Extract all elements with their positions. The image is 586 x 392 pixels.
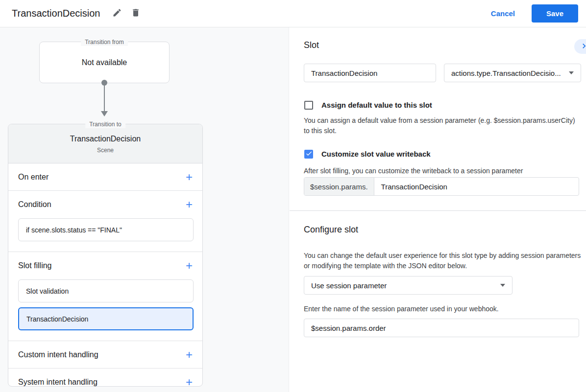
trash-icon <box>131 8 141 19</box>
transition-from-box: Transition from Not available <box>39 42 170 83</box>
scene-subtitle: Scene <box>8 147 202 154</box>
dropdown-caret-icon <box>569 71 574 74</box>
session-param-input[interactable]: $session.params.order <box>304 319 579 337</box>
cancel-button[interactable]: Cancel <box>491 9 515 18</box>
section-row-condition[interactable]: Condition + <box>8 191 202 218</box>
condition-label: Condition <box>18 200 51 209</box>
slot-heading: Slot <box>304 40 319 50</box>
add-on-enter-icon[interactable]: + <box>186 171 193 183</box>
transition-from-legend: Transition from <box>81 38 128 46</box>
chevron-right-icon <box>579 41 586 52</box>
slot-name-input[interactable]: TransactionDecision <box>304 64 436 82</box>
delete-scene-button[interactable] <box>127 5 144 22</box>
dropdown-caret-icon <box>500 284 505 287</box>
writeback-label: Customize slot value writeback <box>321 150 431 158</box>
writeback-checkbox[interactable] <box>304 150 313 159</box>
writeback-input-group: $session.params. TransactionDecision <box>304 177 579 196</box>
custom-intent-label: Custom intent handling <box>18 350 98 359</box>
slot-type-value: actions.type.TransactionDecisio... <box>451 69 561 77</box>
connector-arrowhead-icon <box>101 111 108 116</box>
assign-default-description: You can assign a default value from a se… <box>304 115 581 136</box>
writeback-param-input[interactable]: TransactionDecision <box>374 178 579 195</box>
slot-config-mode-dropdown[interactable]: Use session parameter <box>304 276 513 295</box>
section-divider <box>290 210 586 211</box>
section-row-system-intent[interactable]: System intent handling + <box>8 369 202 392</box>
add-slot-icon[interactable]: + <box>186 260 193 272</box>
add-system-intent-icon[interactable]: + <box>186 376 193 388</box>
section-condition: Condition + if scene.slots.status == "FI… <box>8 191 202 252</box>
condition-item[interactable]: if scene.slots.status == "FINAL" <box>18 218 194 241</box>
on-enter-label: On enter <box>18 173 49 182</box>
assign-default-label: Assign default value to this slot <box>321 101 432 109</box>
add-condition-icon[interactable]: + <box>186 199 193 210</box>
system-intent-label: System intent handling <box>18 378 98 387</box>
save-button[interactable]: Save <box>532 4 578 23</box>
section-slot-filling: Slot filling + Slot validation Transacti… <box>8 252 202 341</box>
edit-title-button[interactable] <box>109 5 125 22</box>
page-title: TransactionDecision <box>12 8 100 19</box>
transition-to-card: Transition to TransactionDecision Scene … <box>8 124 203 387</box>
scene-title: TransactionDecision <box>8 135 202 143</box>
slot-type-dropdown[interactable]: actions.type.TransactionDecisio... <box>444 64 581 82</box>
add-custom-intent-icon[interactable]: + <box>186 349 193 361</box>
writeback-prefix: $session.params. <box>304 178 374 195</box>
scene-editor: TransactionDecision Cancel Save Transiti… <box>0 0 586 392</box>
slot-filling-label: Slot filling <box>18 261 51 270</box>
slot-item-validation[interactable]: Slot validation <box>18 279 194 302</box>
writeback-description: After slot filling, you can customize th… <box>304 166 581 176</box>
transition-from-content: Not available <box>82 58 127 67</box>
check-icon <box>305 150 313 159</box>
top-bar: TransactionDecision Cancel Save <box>0 0 586 27</box>
slot-config-mode-value: Use session parameter <box>311 281 387 290</box>
slot-detail-panel: Slot TransactionDecision actions.type.Tr… <box>290 27 586 392</box>
configure-slot-description: You can change the default user experien… <box>304 251 585 271</box>
connector-line <box>104 85 105 112</box>
diagram-panel: Transition from Not available Transition… <box>0 27 289 392</box>
scene-card-header: TransactionDecision Scene <box>8 124 202 163</box>
assign-default-checkbox[interactable] <box>304 101 313 110</box>
slot-item-transaction-decision[interactable]: TransactionDecision <box>18 307 194 330</box>
transition-to-legend: Transition to <box>85 120 125 128</box>
pencil-icon <box>112 8 122 19</box>
section-row-custom-intent[interactable]: Custom intent handling + <box>8 341 202 369</box>
session-param-label: Enter the name of the session parameter … <box>304 304 499 314</box>
section-row-on-enter[interactable]: On enter + <box>8 163 202 191</box>
section-row-slot-filling[interactable]: Slot filling + <box>8 252 202 279</box>
collapse-panel-button[interactable] <box>574 39 586 54</box>
configure-slot-heading: Configure slot <box>304 225 358 235</box>
